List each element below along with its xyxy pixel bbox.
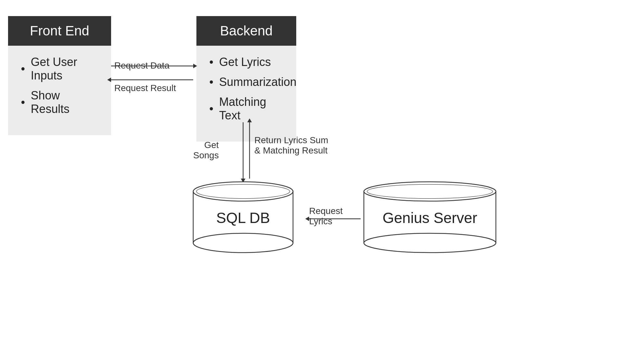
svg-point-15 xyxy=(364,182,496,201)
backend-item-3: Matching Text xyxy=(209,95,283,122)
backend-item-1: Get Lyrics xyxy=(209,55,283,69)
frontend-list: Get User Inputs Show Results xyxy=(21,55,98,116)
backend-body: Get Lyrics Summarization Matching Text xyxy=(196,46,296,142)
svg-point-16 xyxy=(364,233,496,253)
backend-box: Backend Get Lyrics Summarization Matchin… xyxy=(196,16,296,142)
frontend-box: Front End Get User Inputs Show Results xyxy=(8,16,111,135)
return-lyrics-label: Return Lyrics Sum& Matching Result xyxy=(254,135,328,156)
frontend-item-1: Get User Inputs xyxy=(21,55,98,82)
request-result-label: Request Result xyxy=(114,83,176,93)
svg-point-12 xyxy=(193,233,293,253)
diagram-container: Front End Get User Inputs Show Results B… xyxy=(0,0,644,362)
genius-label: Genius Server xyxy=(370,209,489,227)
request-lyrics-label: RequestLyrics xyxy=(309,206,343,227)
svg-marker-9 xyxy=(305,217,309,221)
backend-list: Get Lyrics Summarization Matching Text xyxy=(209,55,283,122)
frontend-title: Front End xyxy=(8,16,111,46)
backend-item-2: Summarization xyxy=(209,75,283,89)
sqldb-label: SQL DB xyxy=(209,209,277,227)
backend-title: Backend xyxy=(196,16,296,46)
frontend-body: Get User Inputs Show Results xyxy=(8,46,111,135)
get-songs-label: GetSongs xyxy=(193,140,219,161)
frontend-item-2: Show Results xyxy=(21,89,98,116)
request-data-label: Request Data xyxy=(114,60,169,71)
svg-point-11 xyxy=(193,182,293,201)
